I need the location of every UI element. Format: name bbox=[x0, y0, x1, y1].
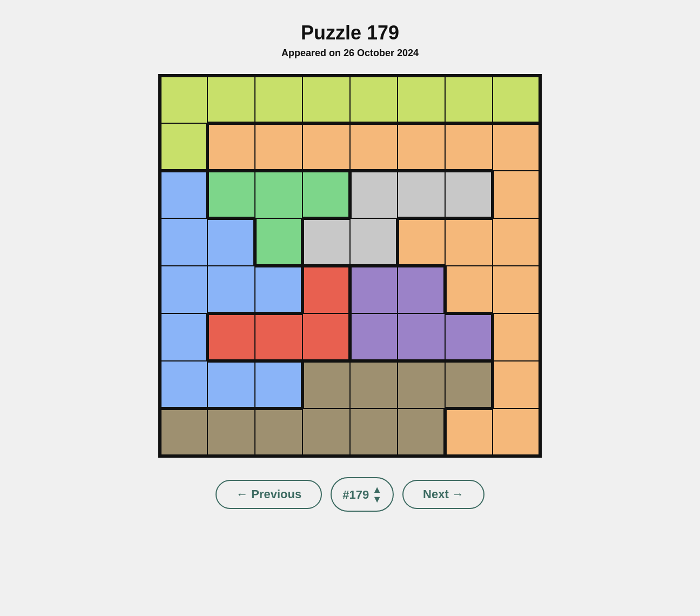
grid-cell bbox=[445, 218, 493, 266]
grid-cell bbox=[350, 171, 398, 218]
grid-cell bbox=[207, 266, 255, 313]
grid-cell bbox=[255, 171, 302, 218]
grid-cell bbox=[493, 76, 540, 123]
grid-cell bbox=[398, 218, 445, 266]
grid-cell bbox=[207, 409, 255, 456]
grid-cell bbox=[493, 266, 540, 313]
grid-cell bbox=[255, 218, 302, 266]
grid-cell bbox=[255, 409, 302, 456]
grid-cell bbox=[445, 266, 493, 313]
grid-cell bbox=[398, 171, 445, 218]
grid-cell bbox=[350, 218, 398, 266]
grid-cell bbox=[207, 76, 255, 123]
grid-cell bbox=[255, 123, 302, 171]
grid-cell bbox=[350, 313, 398, 361]
grid-cell bbox=[255, 313, 302, 361]
grid-cell bbox=[350, 361, 398, 409]
grid-cell bbox=[160, 409, 207, 456]
grid-cell bbox=[255, 76, 302, 123]
grid-cell bbox=[445, 361, 493, 409]
grid-cell bbox=[160, 313, 207, 361]
grid-cell bbox=[493, 123, 540, 171]
puzzle-selector-wrap: #179 ▲▼ bbox=[331, 477, 394, 512]
grid-cell bbox=[207, 361, 255, 409]
spinner-icon: ▲▼ bbox=[372, 485, 382, 504]
grid-cell bbox=[207, 123, 255, 171]
grid-cell bbox=[398, 76, 445, 123]
grid-cell bbox=[398, 409, 445, 456]
grid-cell bbox=[302, 266, 350, 313]
grid-cell bbox=[207, 218, 255, 266]
grid-cell bbox=[160, 218, 207, 266]
nav-area: ← Previous #179 ▲▼ Next → bbox=[216, 477, 484, 512]
grid-cell bbox=[493, 218, 540, 266]
grid-cell bbox=[445, 76, 493, 123]
grid-cell bbox=[302, 218, 350, 266]
grid-cell bbox=[398, 123, 445, 171]
grid-cell bbox=[398, 266, 445, 313]
grid-cell bbox=[302, 76, 350, 123]
grid-cell bbox=[445, 171, 493, 218]
page-title: Puzzle 179 bbox=[301, 22, 399, 44]
grid-cell bbox=[302, 361, 350, 409]
next-button[interactable]: Next → bbox=[402, 480, 484, 509]
grid-cell bbox=[302, 313, 350, 361]
grid-cell bbox=[160, 266, 207, 313]
grid-cell bbox=[160, 123, 207, 171]
grid-cell bbox=[255, 266, 302, 313]
grid-cell bbox=[160, 361, 207, 409]
grid-cell bbox=[493, 361, 540, 409]
previous-button[interactable]: ← Previous bbox=[216, 480, 322, 509]
grid-cell bbox=[398, 361, 445, 409]
grid-cell bbox=[350, 76, 398, 123]
grid-cell bbox=[302, 171, 350, 218]
grid-cell bbox=[255, 361, 302, 409]
grid-cell bbox=[493, 313, 540, 361]
grid-cell bbox=[445, 409, 493, 456]
grid-cell bbox=[160, 76, 207, 123]
grid-cell bbox=[302, 409, 350, 456]
puzzle-grid bbox=[158, 74, 542, 458]
page-subtitle: Appeared on 26 October 2024 bbox=[281, 48, 419, 59]
grid-cell bbox=[350, 409, 398, 456]
grid-cell bbox=[493, 409, 540, 456]
grid-cell bbox=[445, 313, 493, 361]
grid-cell bbox=[207, 313, 255, 361]
grid-cell bbox=[160, 171, 207, 218]
grid-cell bbox=[207, 171, 255, 218]
grid-cell bbox=[302, 123, 350, 171]
grid-cell bbox=[445, 123, 493, 171]
grid-cell bbox=[398, 313, 445, 361]
grid-cell bbox=[493, 171, 540, 218]
puzzle-selector[interactable]: #179 bbox=[342, 488, 369, 501]
grid-cell bbox=[350, 123, 398, 171]
grid-cell bbox=[350, 266, 398, 313]
